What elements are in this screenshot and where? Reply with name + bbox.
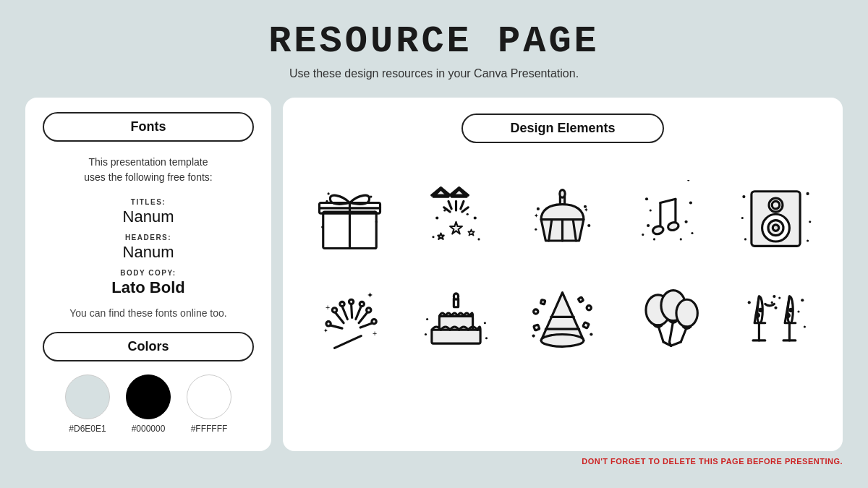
svg-point-35 xyxy=(535,228,537,230)
svg-point-48 xyxy=(687,180,689,181)
svg-text:✦: ✦ xyxy=(534,212,539,219)
font-name-headers: Nanum xyxy=(43,243,254,262)
svg-marker-18 xyxy=(450,221,462,234)
svg-line-17 xyxy=(462,207,468,211)
svg-point-92 xyxy=(542,334,584,346)
svg-point-90 xyxy=(425,333,427,335)
svg-point-121 xyxy=(774,306,777,309)
font-label-headers: HEADERS: xyxy=(43,234,254,241)
svg-marker-19 xyxy=(438,233,444,239)
svg-point-28 xyxy=(560,189,565,197)
speaker-icon xyxy=(728,171,822,265)
svg-line-67 xyxy=(342,306,347,319)
svg-point-61 xyxy=(741,216,744,218)
svg-point-9 xyxy=(374,210,376,213)
font-entry-titles: TITLES: Nanum xyxy=(43,198,254,226)
svg-text:✦: ✦ xyxy=(323,327,328,334)
svg-point-39 xyxy=(652,225,664,235)
svg-point-59 xyxy=(742,195,745,198)
swatch-item-white: #FFFFFF xyxy=(187,374,231,434)
svg-point-64 xyxy=(807,239,809,241)
sparkler-icon: + + ✦ ✦ xyxy=(303,272,397,366)
svg-line-66 xyxy=(335,312,344,323)
svg-rect-99 xyxy=(541,299,545,304)
page-header: ReSource Page Use these design resources… xyxy=(268,20,600,80)
svg-point-120 xyxy=(773,294,775,297)
svg-point-23 xyxy=(443,209,446,211)
svg-point-88 xyxy=(426,317,428,320)
design-elements-badge: Design Elements xyxy=(461,114,664,143)
svg-line-68 xyxy=(352,304,352,317)
svg-point-126 xyxy=(748,301,751,304)
fonts-badge: Fonts xyxy=(43,112,254,142)
svg-point-58 xyxy=(773,224,778,230)
svg-rect-97 xyxy=(583,322,589,328)
swatch-item-black: #000000 xyxy=(126,374,171,434)
svg-point-8 xyxy=(326,200,328,202)
colors-badge: Colors xyxy=(43,332,254,361)
icons-grid: ✦ ✦ xyxy=(300,171,825,366)
svg-line-106 xyxy=(669,320,673,341)
svg-point-47 xyxy=(649,209,651,211)
font-entry-body: BODY COPY: Lato Bold xyxy=(43,269,254,297)
svg-point-76 xyxy=(359,301,364,306)
svg-point-33 xyxy=(537,207,540,210)
design-elements-header: Design Elements xyxy=(300,114,825,156)
svg-point-122 xyxy=(778,296,780,299)
svg-marker-20 xyxy=(469,229,475,235)
page-title: ReSource Page xyxy=(268,20,600,63)
svg-point-34 xyxy=(588,223,591,226)
svg-point-73 xyxy=(332,307,336,312)
svg-point-127 xyxy=(804,325,806,328)
svg-point-26 xyxy=(478,238,480,240)
svg-point-89 xyxy=(484,322,486,324)
svg-point-52 xyxy=(653,238,655,240)
svg-rect-87 xyxy=(432,330,480,343)
svg-point-85 xyxy=(454,293,459,299)
svg-rect-98 xyxy=(534,325,540,330)
font-label-titles: TITLES: xyxy=(43,198,254,206)
svg-line-111 xyxy=(671,342,681,346)
svg-line-70 xyxy=(359,312,368,323)
left-panel: Fonts This presentation templateuses the… xyxy=(25,98,271,451)
party-popper-icon xyxy=(409,171,503,265)
swatch-circle-light xyxy=(65,374,110,419)
svg-point-55 xyxy=(772,201,780,209)
svg-point-6 xyxy=(375,221,378,223)
svg-point-96 xyxy=(587,305,592,309)
font-label-body: BODY COPY: xyxy=(43,269,254,277)
svg-text:✦: ✦ xyxy=(367,291,373,299)
svg-point-5 xyxy=(328,192,330,194)
svg-point-117 xyxy=(760,309,762,311)
svg-point-124 xyxy=(801,299,804,301)
svg-point-25 xyxy=(433,236,435,238)
svg-point-74 xyxy=(340,301,344,306)
svg-point-24 xyxy=(467,213,469,215)
svg-point-101 xyxy=(590,333,593,335)
svg-point-107 xyxy=(676,299,697,327)
svg-line-72 xyxy=(330,325,342,328)
swatch-circle-black xyxy=(126,374,171,419)
svg-point-75 xyxy=(349,299,354,304)
gift-icon xyxy=(303,171,397,265)
music-notes-icon xyxy=(622,171,716,265)
svg-point-77 xyxy=(367,307,371,312)
svg-point-51 xyxy=(679,238,681,240)
svg-text:+: + xyxy=(326,302,330,311)
svg-point-50 xyxy=(642,234,644,236)
party-hat-icon xyxy=(516,272,610,366)
swatch-hex-light: #D6E0E1 xyxy=(69,424,106,434)
svg-point-102 xyxy=(532,334,535,337)
fonts-description: This presentation templateuses the follo… xyxy=(43,155,254,185)
svg-line-69 xyxy=(356,306,361,319)
main-content: Fonts This presentation templateuses the… xyxy=(25,98,843,451)
svg-point-123 xyxy=(771,301,773,303)
svg-point-125 xyxy=(797,310,799,312)
font-entry-headers: HEADERS: Nanum xyxy=(43,234,254,262)
balloons-icon xyxy=(622,272,716,366)
swatch-hex-black: #000000 xyxy=(132,424,166,434)
swatch-item-light: #D6E0E1 xyxy=(65,374,110,434)
birthday-cake-icon xyxy=(409,272,503,366)
svg-point-21 xyxy=(435,216,438,219)
svg-text:✦: ✦ xyxy=(584,206,589,213)
